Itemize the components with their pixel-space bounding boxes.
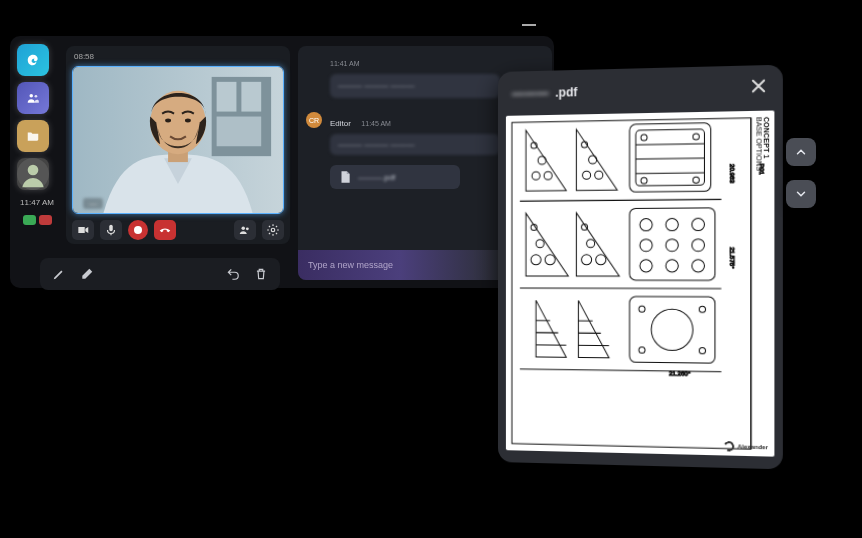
pdf-close-button[interactable] bbox=[749, 76, 768, 100]
sidebar-time: 11:47 AM bbox=[17, 198, 57, 207]
svg-point-0 bbox=[30, 94, 34, 98]
teams-window: 11:47 AM 08:58 bbox=[10, 36, 554, 288]
eraser-tool-button[interactable] bbox=[80, 267, 94, 281]
sidebar-app-files[interactable] bbox=[17, 120, 49, 152]
chat-attachment-name: ———.pdf bbox=[358, 173, 395, 182]
drawing-brand: Alexander bbox=[724, 441, 768, 452]
hangup-button[interactable] bbox=[154, 220, 176, 240]
chat-attachment[interactable]: ———.pdf bbox=[330, 165, 460, 189]
svg-rect-17 bbox=[506, 111, 774, 456]
svg-point-1 bbox=[35, 95, 38, 98]
chevron-down-icon bbox=[794, 187, 808, 201]
pdf-filename-prefix: ——— bbox=[512, 86, 549, 101]
call-active-icon[interactable] bbox=[23, 215, 36, 225]
pdf-page[interactable]: 20.963 21.575° bbox=[506, 110, 774, 456]
svg-rect-13 bbox=[109, 225, 113, 231]
svg-point-3 bbox=[28, 165, 39, 176]
delete-button[interactable] bbox=[254, 267, 268, 281]
svg-point-15 bbox=[246, 227, 249, 230]
eraser-icon bbox=[80, 267, 94, 281]
chat-bubble: ——— ——— ——— bbox=[330, 74, 500, 98]
page-up-button[interactable] bbox=[786, 138, 816, 166]
record-button[interactable] bbox=[128, 220, 148, 240]
mic-toggle-button[interactable] bbox=[100, 220, 122, 240]
remote-video-feed[interactable]: — bbox=[72, 66, 284, 214]
sidebar-app-teams[interactable] bbox=[17, 82, 49, 114]
svg-point-16 bbox=[271, 228, 275, 232]
participants-button[interactable] bbox=[234, 220, 256, 240]
pdf-filename-ext: .pdf bbox=[555, 85, 577, 100]
pen-tool-button[interactable] bbox=[52, 267, 66, 281]
pdf-title: ———.pdf bbox=[512, 85, 577, 101]
sidebar-app-edge[interactable] bbox=[17, 44, 49, 76]
technical-drawing: 20.963 21.575° bbox=[506, 110, 774, 456]
pdf-titlebar[interactable]: ———.pdf bbox=[498, 65, 783, 116]
camera-toggle-button[interactable] bbox=[72, 220, 94, 240]
swirl-icon bbox=[26, 53, 40, 67]
video-call-panel: 08:58 bbox=[66, 46, 290, 244]
file-icon bbox=[338, 170, 352, 184]
gear-icon bbox=[266, 223, 280, 237]
svg-line-57 bbox=[520, 288, 721, 289]
call-controls bbox=[72, 220, 176, 240]
people-icon bbox=[238, 223, 252, 237]
call-secondary-controls bbox=[234, 220, 284, 240]
camera-icon bbox=[76, 223, 90, 237]
sidebar-app-contact[interactable] bbox=[17, 158, 49, 190]
call-elapsed-time: 08:58 bbox=[74, 52, 94, 61]
svg-point-11 bbox=[165, 119, 171, 123]
participant-name-label: — bbox=[83, 198, 103, 209]
svg-rect-7 bbox=[241, 82, 261, 112]
svg-text:20.963: 20.963 bbox=[729, 164, 735, 184]
chat-bubble: ——— ——— ——— bbox=[330, 134, 500, 155]
svg-rect-8 bbox=[217, 117, 262, 147]
undo-button[interactable] bbox=[226, 267, 240, 281]
pdf-viewer-window[interactable]: ———.pdf bbox=[498, 65, 783, 470]
trash-icon bbox=[254, 267, 268, 281]
svg-point-14 bbox=[242, 227, 246, 231]
page-down-button[interactable] bbox=[786, 180, 816, 208]
app-sidebar: 11:47 AM bbox=[17, 44, 57, 225]
pdf-page-nav bbox=[786, 138, 816, 208]
annotation-toolbar bbox=[40, 258, 280, 290]
phone-down-icon bbox=[158, 223, 172, 237]
svg-point-12 bbox=[185, 119, 191, 123]
undo-icon bbox=[226, 267, 240, 281]
call-settings-button[interactable] bbox=[262, 220, 284, 240]
participant-portrait bbox=[73, 67, 283, 214]
record-icon bbox=[134, 226, 142, 234]
drawing-concept-label: CONCEPT 1 BASE OPTIONS bbox=[755, 117, 770, 171]
svg-rect-6 bbox=[217, 82, 237, 112]
pen-icon bbox=[52, 267, 66, 281]
folder-icon bbox=[26, 129, 40, 143]
people-icon bbox=[26, 91, 40, 105]
avatar-icon bbox=[17, 158, 49, 190]
chat-avatar: CR bbox=[306, 112, 322, 128]
call-end-icon[interactable] bbox=[39, 215, 52, 225]
brand-logo-icon bbox=[722, 440, 735, 453]
chat-sender-name: Editor bbox=[330, 119, 351, 128]
minimize-button[interactable] bbox=[522, 24, 536, 26]
svg-text:21.575°: 21.575° bbox=[729, 247, 735, 269]
chat-timestamp: 11:45 AM bbox=[361, 120, 391, 127]
close-icon bbox=[749, 76, 768, 95]
sidebar-call-indicator bbox=[17, 215, 57, 225]
chat-timestamp: 11:41 AM bbox=[330, 60, 360, 67]
mic-icon bbox=[104, 223, 118, 237]
chevron-up-icon bbox=[794, 145, 808, 159]
